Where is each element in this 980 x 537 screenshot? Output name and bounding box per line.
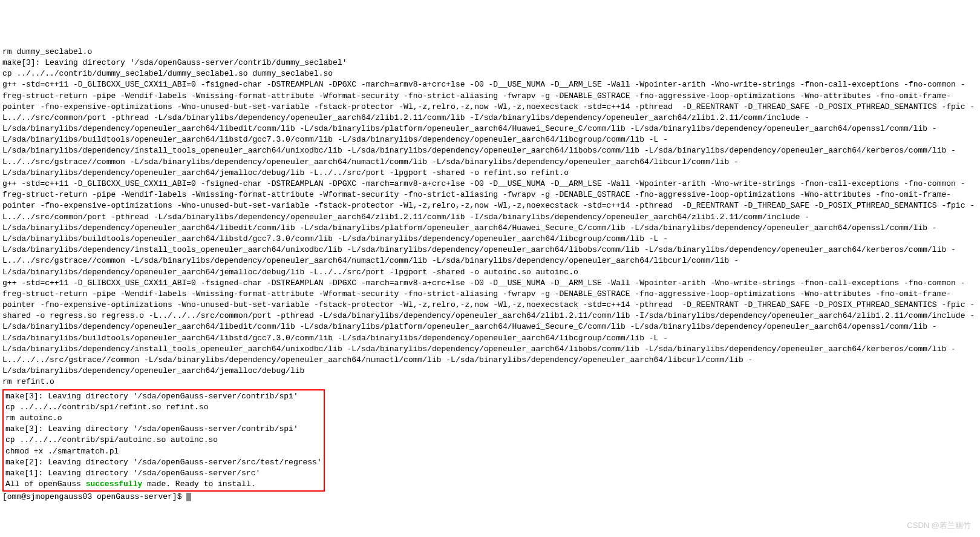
chmod-line: chmod +x ./smartmatch.pl [5, 447, 119, 456]
make-leaving-line: make[3]: Leaving directory '/sda/openGau… [5, 392, 298, 401]
success-line-prefix: All of openGauss [5, 479, 86, 489]
cursor-icon [186, 493, 191, 501]
success-keyword: successfully [86, 479, 143, 489]
cp-autoinc-line: cp ../../../contrib/spi/autoinc.so autoi… [5, 435, 218, 444]
highlight-annotation-box: make[3]: Leaving directory '/sda/openGau… [2, 389, 325, 492]
build-output-block: rm dummy_seclabel.o make[3]: Leaving dir… [2, 47, 975, 387]
watermark-text: CSDN @若兰幽竹 [907, 520, 971, 531]
cp-refint-line: cp ../../../contrib/spi/refint.so refint… [5, 403, 208, 412]
make-leaving-src-line: make[1]: Leaving directory '/sda/openGau… [5, 469, 260, 478]
shell-prompt[interactable]: [omm@sjmopengauss03 openGauss-server]$ [2, 492, 186, 501]
rm-autoinc-line: rm autoinc.o [5, 413, 62, 423]
terminal-output[interactable]: rm dummy_seclabel.o make[3]: Leaving dir… [2, 47, 978, 503]
make-leaving-line-2: make[3]: Leaving directory '/sda/openGau… [5, 424, 298, 433]
make-leaving-regress-line: make[2]: Leaving directory '/sda/openGau… [5, 458, 322, 467]
success-line-suffix: made. Ready to install. [142, 479, 255, 489]
